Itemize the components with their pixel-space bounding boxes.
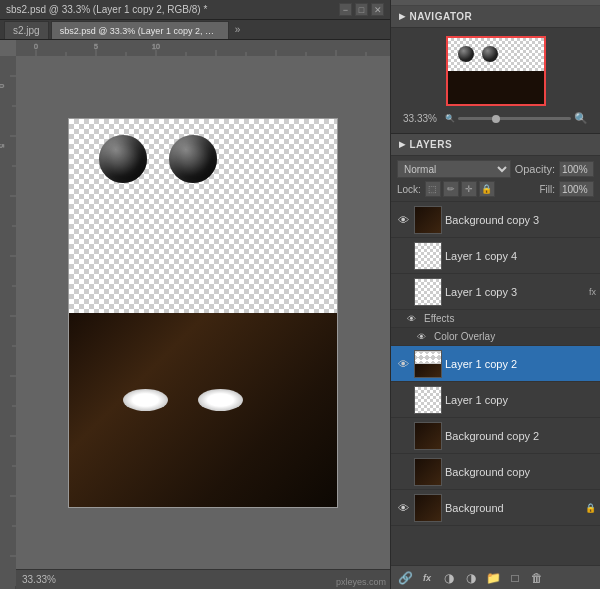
navigator-thumbnail[interactable] bbox=[446, 36, 546, 106]
adjustment-layer-button[interactable]: ◑ bbox=[461, 569, 481, 587]
zoom-slider-thumb[interactable] bbox=[492, 115, 500, 123]
opacity-input[interactable] bbox=[559, 161, 594, 177]
maximize-button[interactable]: □ bbox=[355, 3, 368, 16]
add-fx-button[interactable]: fx bbox=[417, 569, 437, 587]
layers-list: 👁 Background copy 3 Layer 1 copy 4 bbox=[391, 202, 600, 565]
layer-eye-bg-copy-3[interactable]: 👁 bbox=[395, 212, 411, 228]
tab-s2jpg[interactable]: s2.jpg bbox=[4, 21, 49, 39]
layer-info-layer1-copy: Layer 1 copy bbox=[445, 394, 596, 406]
fill-label: Fill: bbox=[539, 184, 555, 195]
layer-info-background: Background bbox=[445, 502, 581, 514]
layer-color-overlay-row[interactable]: 👁 Color Overlay bbox=[391, 328, 600, 346]
ruler-horizontal: 0 5 10 bbox=[16, 40, 390, 56]
layer-info-bg-copy2: Background copy 2 bbox=[445, 430, 596, 442]
lock-transparent-btn[interactable]: ⬚ bbox=[425, 181, 441, 197]
transparency-section bbox=[69, 119, 337, 313]
layer-info-bg-copy: Background copy bbox=[445, 466, 596, 478]
layer-effects-row[interactable]: 👁 Effects bbox=[391, 310, 600, 328]
layer-item-background[interactable]: 👁 Background 🔒 bbox=[391, 490, 600, 526]
svg-rect-0 bbox=[16, 40, 390, 56]
navigator-zoom-bar: 33.33% 🔍 🔍 bbox=[399, 112, 592, 125]
layers-controls: Normal Multiply Screen Opacity: Lock: ⬚ … bbox=[391, 156, 600, 202]
marble-right bbox=[169, 135, 217, 183]
layer-thumb-bg-copy2 bbox=[414, 422, 442, 450]
zoom-slider[interactable] bbox=[458, 117, 571, 120]
zoom-out-icon[interactable]: 🔍 bbox=[445, 114, 455, 123]
tab-bar: s2.jpg sbs2.psd @ 33.3% (Layer 1 copy 2,… bbox=[0, 20, 390, 40]
add-mask-button[interactable]: ◑ bbox=[439, 569, 459, 587]
layer-eye-bg-copy[interactable] bbox=[395, 464, 411, 480]
nav-thumb-checker bbox=[448, 38, 544, 71]
layer-thumb-bg-copy bbox=[414, 458, 442, 486]
lock-move-btn[interactable]: ✛ bbox=[461, 181, 477, 197]
layer-item-bg-copy[interactable]: Background copy bbox=[391, 454, 600, 490]
zoom-in-icon[interactable]: 🔍 bbox=[574, 112, 588, 125]
close-button[interactable]: ✕ bbox=[371, 3, 384, 16]
navigator-content: 33.33% 🔍 🔍 bbox=[391, 28, 600, 133]
layers-header: ▶ LAYERS bbox=[391, 134, 600, 156]
tabs-overflow-arrow[interactable]: » bbox=[231, 24, 245, 35]
new-layer-button[interactable]: □ bbox=[505, 569, 525, 587]
layer-fx-icon-copy3: fx bbox=[589, 287, 596, 297]
layers-panel: ▶ LAYERS Normal Multiply Screen Opacity:… bbox=[391, 134, 600, 589]
status-bar: 33.33% bbox=[16, 569, 390, 589]
layer-thumb-bg-copy-3 bbox=[414, 206, 442, 234]
title-text: sbs2.psd @ 33.3% (Layer 1 copy 2, RGB/8)… bbox=[6, 4, 207, 15]
document-canvas bbox=[68, 118, 338, 508]
minimize-button[interactable]: − bbox=[339, 3, 352, 16]
window-controls: − □ ✕ bbox=[339, 3, 384, 16]
link-layers-button[interactable]: 🔗 bbox=[395, 569, 415, 587]
layer-eye-effects[interactable]: 👁 bbox=[405, 311, 417, 327]
layer-thumb-layer1-copy2 bbox=[414, 350, 442, 378]
layer-eye-bg-copy2[interactable] bbox=[395, 428, 411, 444]
right-panel: ▶ NAVIGATOR 33.33% 🔍 🔍 bbox=[390, 0, 600, 589]
navigator-header: ▶ NAVIGATOR bbox=[391, 6, 600, 28]
nav-thumb-ball-right bbox=[482, 46, 498, 62]
layer-eye-layer1-copy3[interactable] bbox=[395, 284, 411, 300]
layer-info-layer1-copy4: Layer 1 copy 4 bbox=[445, 250, 596, 262]
zoom-percentage: 33.33% bbox=[403, 113, 441, 124]
layer-thumb-layer1-copy bbox=[414, 386, 442, 414]
svg-text:0: 0 bbox=[0, 84, 5, 88]
layer-item-layer1-copy[interactable]: Layer 1 copy bbox=[391, 382, 600, 418]
layer-thumb-background bbox=[414, 494, 442, 522]
fill-input[interactable] bbox=[559, 181, 594, 197]
lock-all-btn[interactable]: 🔒 bbox=[479, 181, 495, 197]
layer-eye-background[interactable]: 👁 bbox=[395, 500, 411, 516]
layer-info-layer1-copy2: Layer 1 copy 2 bbox=[445, 358, 596, 370]
lock-row: Lock: ⬚ ✏ ✛ 🔒 Fill: bbox=[397, 181, 594, 197]
svg-text:5: 5 bbox=[94, 43, 98, 50]
eye-glow-right bbox=[198, 389, 243, 411]
nav-thumb-photo bbox=[448, 71, 544, 104]
photo-section bbox=[69, 313, 337, 507]
layer-item-bg-copy-3[interactable]: 👁 Background copy 3 bbox=[391, 202, 600, 238]
tab-sbs2psd[interactable]: sbs2.psd @ 33.3% (Layer 1 copy 2, RGB/8)… bbox=[51, 21, 229, 39]
layer-eye-color-overlay[interactable]: 👁 bbox=[415, 329, 427, 345]
svg-text:5: 5 bbox=[0, 144, 5, 148]
eye-glow-left bbox=[123, 389, 168, 411]
lock-label: Lock: bbox=[397, 184, 421, 195]
color-overlay-label: Color Overlay bbox=[434, 331, 495, 342]
layer-thumb-layer1-copy3 bbox=[414, 278, 442, 306]
layer-eye-layer1-copy4[interactable] bbox=[395, 248, 411, 264]
lock-paint-btn[interactable]: ✏ bbox=[443, 181, 459, 197]
layer-item-bg-copy2[interactable]: Background copy 2 bbox=[391, 418, 600, 454]
workspace: 0 5 10 0 bbox=[0, 40, 390, 589]
layer-item-layer1-copy3[interactable]: Layer 1 copy 3 fx bbox=[391, 274, 600, 310]
layer-eye-layer1-copy[interactable] bbox=[395, 392, 411, 408]
delete-layer-button[interactable]: 🗑 bbox=[527, 569, 547, 587]
layers-arrow: ▶ bbox=[399, 140, 406, 149]
zoom-status: 33.33% bbox=[22, 574, 56, 585]
layer-eye-layer1-copy2[interactable]: 👁 bbox=[395, 356, 411, 372]
new-group-button[interactable]: 📁 bbox=[483, 569, 503, 587]
effects-label: Effects bbox=[424, 313, 454, 324]
layers-toolbar: 🔗 fx ◑ ◑ 📁 □ 🗑 bbox=[391, 565, 600, 589]
blend-mode-select[interactable]: Normal Multiply Screen bbox=[397, 160, 511, 178]
canvas-content bbox=[16, 56, 390, 569]
zoom-slider-container: 🔍 🔍 bbox=[445, 112, 588, 125]
navigator-arrow: ▶ bbox=[399, 12, 406, 21]
layer-item-layer1-copy4[interactable]: Layer 1 copy 4 bbox=[391, 238, 600, 274]
layer-item-layer1-copy2[interactable]: 👁 Layer 1 copy 2 bbox=[391, 346, 600, 382]
navigator-panel: ▶ NAVIGATOR 33.33% 🔍 🔍 bbox=[391, 6, 600, 134]
face-background bbox=[69, 313, 337, 507]
